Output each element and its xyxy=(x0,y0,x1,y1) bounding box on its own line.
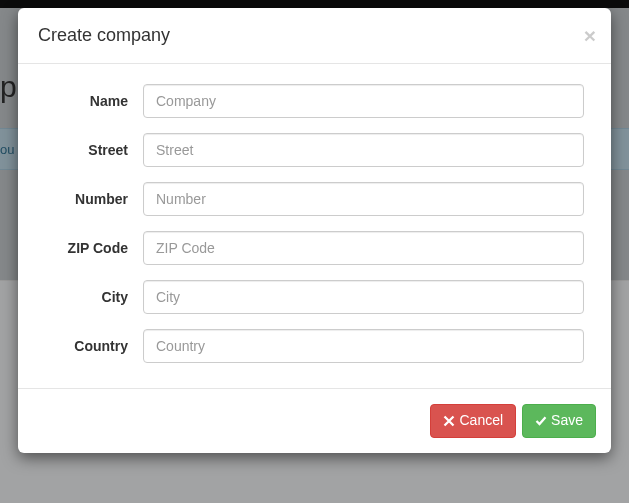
close-button[interactable]: × xyxy=(584,25,596,46)
modal-header: Create company × xyxy=(18,8,611,64)
save-button[interactable]: Save xyxy=(522,404,596,438)
modal-title: Create company xyxy=(38,23,170,48)
label-country: Country xyxy=(33,338,143,354)
label-street: Street xyxy=(33,142,143,158)
save-button-label: Save xyxy=(551,411,583,431)
form-row-zip: ZIP Code xyxy=(33,231,596,265)
form-row-number: Number xyxy=(33,182,596,216)
cancel-button-label: Cancel xyxy=(459,411,503,431)
label-number: Number xyxy=(33,191,143,207)
modal-footer: Cancel Save xyxy=(18,388,611,453)
label-zip: ZIP Code xyxy=(33,240,143,256)
input-street[interactable] xyxy=(143,133,584,167)
input-country[interactable] xyxy=(143,329,584,363)
create-company-modal: Create company × Name Street Number ZIP … xyxy=(18,8,611,453)
input-city[interactable] xyxy=(143,280,584,314)
input-name[interactable] xyxy=(143,84,584,118)
form-row-city: City xyxy=(33,280,596,314)
x-icon xyxy=(443,415,455,427)
modal-body: Name Street Number ZIP Code City Country xyxy=(18,64,611,388)
label-city: City xyxy=(33,289,143,305)
check-icon xyxy=(535,415,547,427)
input-number[interactable] xyxy=(143,182,584,216)
form-row-country: Country xyxy=(33,329,596,363)
label-name: Name xyxy=(33,93,143,109)
form-row-street: Street xyxy=(33,133,596,167)
close-icon: × xyxy=(584,24,596,47)
input-zip[interactable] xyxy=(143,231,584,265)
form-row-name: Name xyxy=(33,84,596,118)
cancel-button[interactable]: Cancel xyxy=(430,404,516,438)
